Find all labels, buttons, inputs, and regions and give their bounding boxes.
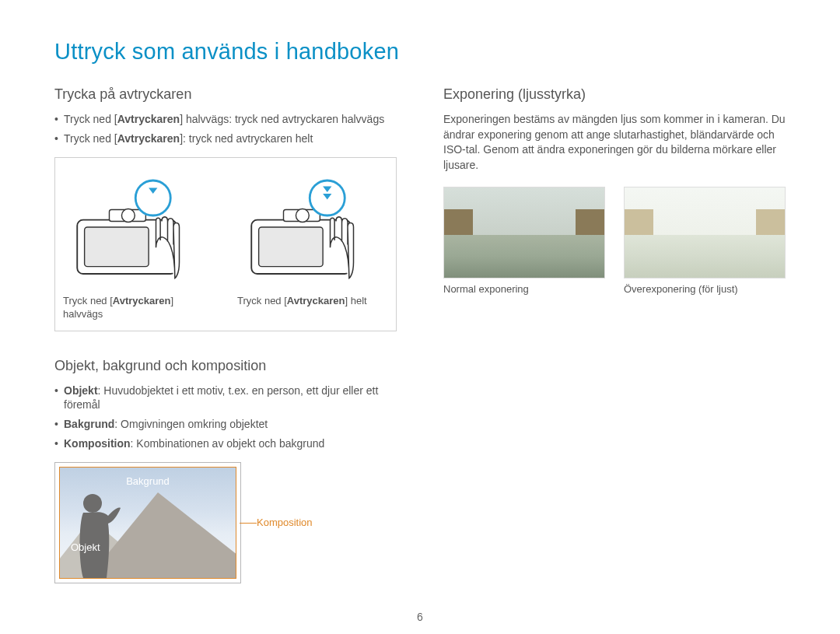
person-silhouette-icon bbox=[71, 492, 125, 578]
composition-bullets: Objekt: Huvudobjektet i ett motiv, t.ex.… bbox=[54, 384, 397, 452]
composition-bullet-bakgrund: Bakgrund: Omgivningen omkring objektet bbox=[54, 417, 397, 432]
label-objekt: Objekt bbox=[71, 541, 100, 553]
exposure-paragraph: Exponeringen bestäms av mängden ljus som… bbox=[443, 112, 786, 173]
page-title: Uttryck som används i handboken bbox=[54, 39, 786, 65]
shutter-caption-half: Tryck ned [Avtryckaren] halvvägs bbox=[63, 295, 214, 321]
composition-illustration: Bakgrund Objekt Komposition bbox=[54, 462, 397, 583]
left-column: Trycka på avtryckaren Tryck ned [Avtryck… bbox=[54, 86, 397, 583]
svg-point-4 bbox=[135, 180, 170, 215]
label-komposition: Komposition bbox=[257, 517, 313, 528]
exposure-examples: Normal exponering Överexponering (för lj… bbox=[443, 187, 786, 295]
shutter-bullet-1: Tryck ned [Avtryckaren] halvvägs: tryck … bbox=[54, 112, 397, 127]
svg-point-3 bbox=[121, 208, 135, 222]
svg-rect-1 bbox=[85, 227, 149, 267]
exposure-caption-normal: Normal exponering bbox=[443, 283, 605, 295]
exposure-caption-over: Överexponering (för ljust) bbox=[624, 283, 786, 295]
page-number: 6 bbox=[417, 611, 423, 623]
exposure-image-over bbox=[624, 187, 786, 278]
svg-point-9 bbox=[296, 208, 309, 222]
shutter-heading: Trycka på avtryckaren bbox=[54, 86, 397, 103]
composition-pointer-line bbox=[240, 523, 257, 524]
shutter-bullet-2: Tryck ned [Avtryckaren]: tryck ned avtry… bbox=[54, 131, 397, 146]
svg-point-13 bbox=[83, 494, 102, 513]
shutter-bullets: Tryck ned [Avtryckaren] halvvägs: tryck … bbox=[54, 112, 397, 146]
svg-rect-7 bbox=[259, 227, 324, 267]
composition-heading: Objekt, bakgrund och komposition bbox=[54, 358, 397, 374]
shutter-caption-full: Tryck ned [Avtryckaren] helt bbox=[237, 295, 388, 308]
composition-bullet-komposition: Komposition: Kombinationen av objekt och… bbox=[54, 436, 397, 451]
exposure-image-normal bbox=[443, 187, 605, 278]
label-bakgrund: Bakgrund bbox=[126, 475, 170, 487]
right-column: Exponering (ljusstyrka) Exponeringen bes… bbox=[443, 86, 786, 583]
camera-full-press-icon bbox=[237, 169, 388, 285]
shutter-illustration-box: Tryck ned [Avtryckaren] halvvägs Tryck n… bbox=[54, 157, 397, 331]
composition-bullet-objekt: Objekt: Huvudobjektet i ett motiv, t.ex.… bbox=[54, 384, 397, 413]
camera-half-press-icon bbox=[63, 169, 214, 285]
exposure-heading: Exponering (ljusstyrka) bbox=[443, 86, 786, 103]
